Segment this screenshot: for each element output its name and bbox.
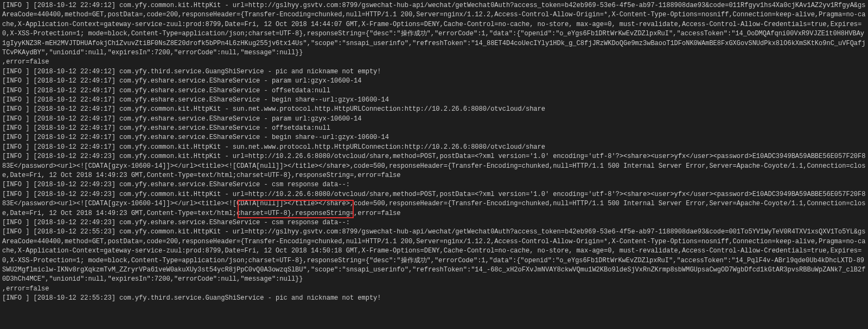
log-line: [INFO ] [2018-10-12 22:49:17] com.yfy.es…	[2, 77, 866, 86]
log-line: [INFO ] [2018-10-12 22:49:17] com.yfy.es…	[2, 115, 866, 124]
log-output[interactable]: [INFO ] [2018-10-12 22:49:12] com.yfy.co…	[0, 0, 868, 305]
log-line: [INFO ] [2018-10-12 22:55:23] com.yfy.th…	[2, 294, 866, 303]
log-line: [INFO ] [2018-10-12 22:49:17] com.yfy.es…	[2, 133, 866, 142]
log-line: ,error=false	[2, 284, 866, 294]
log-line: [INFO ] [2018-10-12 22:49:23] com.yfy.co…	[2, 190, 866, 218]
log-viewport: [INFO ] [2018-10-12 22:49:12] com.yfy.co…	[0, 0, 868, 329]
log-line: [INFO ] [2018-10-12 22:49:17] com.yfy.es…	[2, 96, 866, 105]
log-line: ,error=false	[2, 58, 866, 67]
log-line: [INFO ] [2018-10-12 22:55:23] com.yfy.co…	[2, 227, 866, 284]
log-line: [INFO ] [2018-10-12 22:49:17] com.yfy.co…	[2, 105, 866, 114]
log-line: [INFO ] [2018-10-12 22:49:23] com.yfy.es…	[2, 180, 866, 189]
log-line: [INFO ] [2018-10-12 22:49:17] com.yfy.es…	[2, 124, 866, 133]
log-line: [INFO ] [2018-10-12 22:49:12] com.yfy.co…	[2, 1, 866, 58]
log-line: [INFO ] [2018-10-12 22:49:23] com.yfy.es…	[2, 218, 866, 227]
log-line: [INFO ] [2018-10-12 22:49:23] com.yfy.co…	[2, 152, 866, 180]
log-line: [INFO ] [2018-10-12 22:49:12] com.yfy.th…	[2, 67, 866, 77]
log-line: [INFO ] [2018-10-12 22:49:17] com.yfy.es…	[2, 86, 866, 96]
log-line: [INFO ] [2018-10-12 22:49:17] com.yfy.co…	[2, 143, 866, 152]
